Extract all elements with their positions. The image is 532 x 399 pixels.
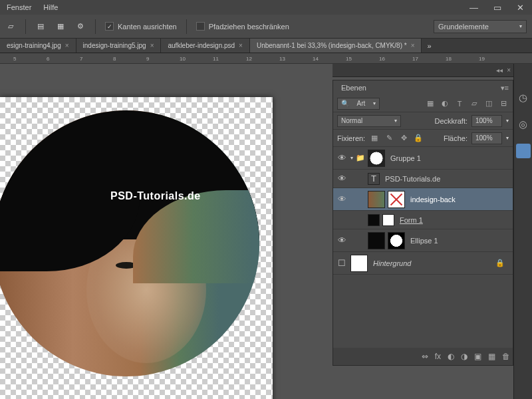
chevron-down-icon[interactable]: ▾ <box>506 118 509 124</box>
adjustment-layer-icon[interactable]: ◑ <box>461 352 467 361</box>
tab-unbenannt[interactable]: Unbenannt-1 bei 33,3% (indesign-back, CM… <box>250 39 422 53</box>
lock-position-icon[interactable]: ✥ <box>398 133 409 144</box>
right-panels: ◂◂× Ebenen ▾≡ 🔍 Art ▾ ▦ ◐ T <box>332 64 532 399</box>
mask-disabled-thumb[interactable] <box>388 191 405 208</box>
tab-training5[interactable]: indesign-training5.jpg× <box>76 39 162 53</box>
panel-menu-icon[interactable]: ▾≡ <box>497 84 513 92</box>
layer-text[interactable]: 👁 T PSD-Tutorials.de <box>333 170 513 188</box>
vector-mask-thumb[interactable] <box>382 214 394 226</box>
fill-input[interactable]: 100% <box>471 132 502 144</box>
layer-name: indesign-back <box>408 196 456 203</box>
shape-fill-icon[interactable]: ▱ <box>5 21 16 32</box>
vector-mask-thumb[interactable] <box>388 232 405 249</box>
expand-icon[interactable]: ▾ <box>350 155 353 161</box>
opacity-input[interactable]: 100% <box>471 115 502 127</box>
ruler-mark: 7 <box>80 56 82 62</box>
lock-transparency-icon[interactable]: ▦ <box>369 133 380 144</box>
mask-thumb[interactable] <box>368 150 385 167</box>
constrain-path-option[interactable]: Pfadziehen beschränken <box>196 22 289 31</box>
opacity-label: Deckkraft: <box>434 117 467 125</box>
layer-name: Hintergrund <box>370 259 411 267</box>
fill-value: 100% <box>475 134 493 142</box>
layer-thumb[interactable] <box>368 232 385 249</box>
swatches-panel-icon[interactable]: ◎ <box>516 117 531 132</box>
menu-fenster[interactable]: Fenster <box>7 3 31 11</box>
workspace: PSD-Tutorials.de ◂◂× Ebenen ▾≡ 🔍 Art ▾ <box>0 64 532 399</box>
layers-list: 👁 ▾ 📁 Gruppe 1 👁 T PSD-Tutorials.de 👁 <box>333 147 513 275</box>
layer-fx-icon[interactable]: fx <box>435 352 441 361</box>
minimize-button[interactable]: — <box>462 0 485 15</box>
layer-shape[interactable]: Form 1 <box>333 211 513 229</box>
black-wave <box>0 110 259 238</box>
close-icon[interactable]: × <box>507 66 511 74</box>
layer-mask-icon[interactable]: ◐ <box>448 352 454 361</box>
close-button[interactable]: ✕ <box>509 0 532 15</box>
checkbox-icon[interactable] <box>196 22 205 31</box>
layer-background[interactable]: ☐ Hintergrund 🔒 <box>333 252 513 275</box>
group-icon[interactable]: ▣ <box>474 352 481 361</box>
layers-panel-footer: ⇔ fx ◐ ◑ ▣ ▦ 🗑 <box>333 348 513 365</box>
close-icon[interactable]: × <box>150 42 154 49</box>
filter-pixel-icon[interactable]: ▦ <box>425 98 436 109</box>
history-panel-icon[interactable]: ◷ <box>516 90 531 105</box>
ruler-mark: 6 <box>47 56 49 62</box>
new-layer-icon[interactable]: ▦ <box>488 352 495 361</box>
filter-smart-icon[interactable]: ◫ <box>483 98 494 109</box>
arrange-icon[interactable]: ▦ <box>55 21 66 32</box>
shape-preset-dropdown[interactable]: Grundelemente ▾ <box>434 20 527 33</box>
tab-aufkleber[interactable]: aufkleber-indesign.psd× <box>161 39 249 53</box>
close-icon[interactable]: × <box>65 42 69 49</box>
opacity-value: 100% <box>475 117 493 124</box>
constrain-path-label: Pfadziehen beschränken <box>209 23 289 31</box>
checkbox-icon[interactable]: ✓ <box>105 22 114 31</box>
tab-overflow-button[interactable]: » <box>422 39 436 53</box>
menu-hilfe[interactable]: Hilfe <box>43 3 58 11</box>
options-bar: ▱ ▤ ▦ ⚙ ✓ Kanten ausrichten Pfadziehen b… <box>0 15 532 39</box>
visibility-icon[interactable]: 👁 <box>336 194 348 204</box>
layer-ellipse[interactable]: 👁 Ellipse 1 <box>333 229 513 252</box>
layer-name: Ellipse 1 <box>408 237 438 245</box>
brand-text: PSD-Tutorials.de <box>110 190 201 202</box>
layer-image[interactable]: 👁 indesign-back <box>333 188 513 211</box>
visibility-icon[interactable]: 👁 <box>336 153 348 163</box>
align-icon[interactable]: ▤ <box>35 21 46 32</box>
tab-label: Unbenannt-1 bei 33,3% (indesign-back, CM… <box>257 42 407 49</box>
filter-type-select[interactable]: 🔍 Art ▾ <box>337 98 380 110</box>
folder-icon: 📁 <box>356 154 365 162</box>
artboard: PSD-Tutorials.de <box>0 97 273 399</box>
filter-type-icon[interactable]: T <box>454 98 465 109</box>
visibility-icon[interactable]: 👁 <box>336 174 348 184</box>
visibility-icon[interactable]: 👁 <box>336 235 348 245</box>
delete-layer-icon[interactable]: 🗑 <box>502 352 510 361</box>
filter-toggle[interactable]: ⊟ <box>498 98 509 109</box>
blend-mode-select[interactable]: Normal ▾ <box>337 115 401 127</box>
color-panel-icon[interactable] <box>516 144 531 158</box>
ruler-mark: 12 <box>246 56 252 62</box>
lock-label: Fixieren: <box>337 134 365 142</box>
ruler-mark: 17 <box>412 56 418 62</box>
tab-training4[interactable]: esign-training4.jpg× <box>0 39 76 53</box>
canvas[interactable]: PSD-Tutorials.de <box>0 64 332 399</box>
filter-shape-icon[interactable]: ▱ <box>469 98 479 109</box>
layer-thumb[interactable] <box>350 255 368 272</box>
close-icon[interactable]: × <box>411 42 415 49</box>
chevron-down-icon[interactable]: ▾ <box>506 135 509 141</box>
filter-adjust-icon[interactable]: ◐ <box>440 98 450 109</box>
layer-thumb[interactable] <box>368 214 380 226</box>
layer-thumb[interactable] <box>368 191 385 208</box>
panel-title[interactable]: Ebenen <box>333 80 374 95</box>
lock-pixels-icon[interactable]: ✎ <box>384 133 394 144</box>
align-edges-option[interactable]: ✓ Kanten ausrichten <box>105 22 177 31</box>
ruler-mark: 13 <box>279 56 285 62</box>
collapse-icon[interactable]: ◂◂ <box>496 66 503 74</box>
lock-all-icon[interactable]: 🔒 <box>413 133 424 144</box>
maximize-button[interactable]: ▭ <box>485 0 509 15</box>
visibility-hidden[interactable]: ☐ <box>336 258 348 268</box>
horizontal-ruler: 5 6 7 8 9 10 11 12 13 14 15 16 17 18 19 <box>0 53 532 64</box>
options-icon[interactable]: ⚙ <box>75 21 86 32</box>
panel-collapse-bar[interactable]: ◂◂× <box>332 64 513 77</box>
filter-label: Art <box>357 100 366 107</box>
close-icon[interactable]: × <box>239 42 243 49</box>
layer-group[interactable]: 👁 ▾ 📁 Gruppe 1 <box>333 147 513 170</box>
link-layers-icon[interactable]: ⇔ <box>422 352 428 361</box>
